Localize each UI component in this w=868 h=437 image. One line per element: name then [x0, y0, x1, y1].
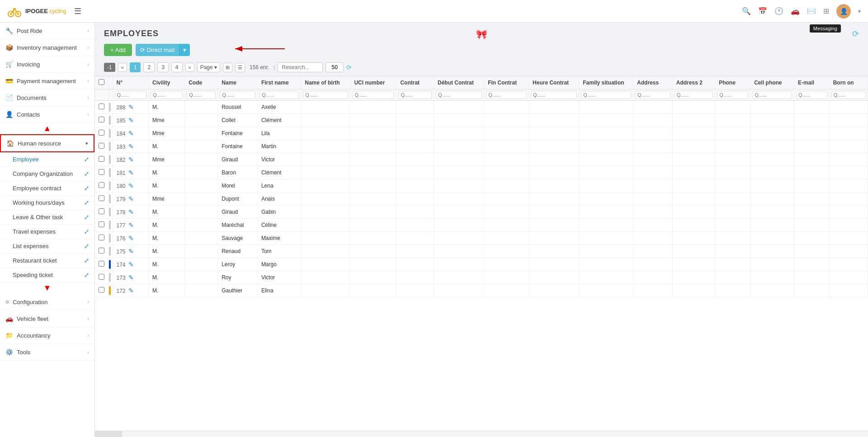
row-select-checkbox[interactable] [99, 156, 104, 162]
row-edit-icon[interactable]: ✎ [128, 169, 134, 176]
row-select-checkbox[interactable] [99, 117, 104, 122]
row-edit-icon[interactable]: ✎ [128, 195, 134, 202]
view-toggle-icon[interactable]: ☰ [235, 63, 245, 72]
search-code[interactable] [187, 91, 216, 99]
hr-sub-company-org[interactable]: Company Organization ⤢ [0, 167, 94, 181]
search-phone[interactable] [717, 91, 748, 99]
page-4-button[interactable]: 4 [171, 62, 183, 72]
sidebar-item-contacts[interactable]: 👤 Contacts › [0, 106, 94, 123]
hr-sub-leave[interactable]: Leave & Other task ⤢ [0, 210, 94, 225]
row-edit-icon[interactable]: ✎ [128, 182, 134, 189]
sidebar-item-documents[interactable]: 📄 Documents › [0, 89, 94, 106]
col-toggle-icon[interactable]: ⊞ [223, 63, 232, 72]
row-select-checkbox[interactable] [99, 130, 104, 136]
search-address2[interactable] [675, 91, 713, 99]
hr-sub-restaurant[interactable]: Restaurant ticket ⤢ [0, 254, 94, 268]
back-button[interactable]: -1 [104, 63, 115, 72]
row-edit-icon[interactable]: ✎ [128, 221, 134, 229]
table-row: 180 ✎ M. Morel Lena [95, 179, 868, 193]
hr-sub-list-expenses[interactable]: List expenses ⤢ [0, 239, 94, 254]
hr-sub-speeding[interactable]: Speeding ticket ⤢ [0, 268, 94, 282]
search-born[interactable] [831, 91, 866, 99]
row-select-checkbox[interactable] [99, 143, 104, 149]
search-uci[interactable] [352, 91, 394, 99]
row-edit-icon[interactable]: ✎ [128, 261, 134, 268]
row-select-checkbox[interactable] [99, 274, 104, 280]
add-button[interactable]: + Add [104, 44, 132, 56]
row-edit-icon[interactable]: ✎ [128, 103, 134, 111]
direct-mail-button[interactable]: ⟳ Direct mail [136, 44, 179, 56]
search-email[interactable] [796, 91, 827, 99]
select-all-checkbox[interactable] [99, 79, 104, 85]
page-2-button[interactable]: 2 [143, 62, 155, 72]
pagination-refresh-icon[interactable]: ⟳ [346, 64, 352, 71]
hamburger-menu[interactable]: ☰ [74, 6, 81, 16]
row-debut [434, 153, 484, 166]
row-select-checkbox[interactable] [99, 182, 104, 188]
row-edit-icon[interactable]: ✎ [128, 130, 134, 137]
row-select-checkbox[interactable] [99, 103, 104, 109]
hr-sub-employee-contract[interactable]: Employee contract ⤢ [0, 181, 94, 196]
row-select-checkbox[interactable] [99, 261, 104, 267]
row-select-checkbox[interactable] [99, 235, 104, 240]
search-civility[interactable] [151, 91, 183, 99]
page-dropdown[interactable]: Page ▾ [197, 62, 220, 72]
direct-mail-dropdown[interactable]: ▾ [179, 44, 190, 56]
sidebar-item-payment[interactable]: 💳 Payment management › [0, 73, 94, 89]
search-first-name[interactable] [259, 91, 299, 99]
row-select-checkbox[interactable] [99, 208, 104, 214]
row-select-checkbox[interactable] [99, 195, 104, 201]
row-select-checkbox[interactable] [99, 287, 104, 293]
user-avatar[interactable]: 👤 [836, 4, 851, 19]
row-edit-icon[interactable]: ✎ [128, 287, 134, 294]
row-select-checkbox[interactable] [99, 221, 104, 227]
row-address [633, 245, 673, 258]
row-edit-icon[interactable]: ✎ [128, 274, 134, 281]
page-1-button[interactable]: 1 [130, 62, 141, 72]
row-edit-icon[interactable]: ✎ [128, 117, 134, 124]
grid-icon[interactable]: ⊞ [823, 7, 829, 15]
search-contrat[interactable] [398, 91, 432, 99]
row-n: 175 ✎ [113, 245, 149, 258]
hr-sub-employee[interactable]: Employee ⤢ [0, 152, 94, 167]
page-refresh-icon[interactable]: ⟳ [852, 29, 859, 39]
row-edit-icon[interactable]: ✎ [128, 208, 134, 216]
sidebar-item-configuration[interactable]: ≡ Configuration › [0, 294, 94, 310]
search-n[interactable] [115, 91, 147, 99]
horizontal-scrollbar[interactable] [95, 431, 185, 437]
per-page-input[interactable] [326, 62, 344, 72]
mail-icon[interactable]: ✉️ [807, 7, 816, 15]
search-icon[interactable]: 🔍 [742, 7, 751, 15]
sidebar-item-human-resource[interactable]: 🏠 Human resource ▾ [0, 134, 94, 152]
sidebar-item-invoicing[interactable]: 🛒 Invoicing › [0, 56, 94, 73]
search-name[interactable] [220, 91, 255, 99]
search-birth[interactable] [303, 91, 348, 99]
sidebar-item-inventory[interactable]: 📦 Inventory management › [0, 39, 94, 56]
search-family[interactable] [581, 91, 631, 99]
search-address[interactable] [635, 91, 670, 99]
row-edit-icon[interactable]: ✎ [128, 235, 134, 242]
sidebar-item-vehicle[interactable]: 🚗 Vehicle fleet › [0, 310, 94, 327]
sidebar-item-post-ride[interactable]: 🔧 Post Ride › [0, 23, 94, 39]
row-select-checkbox[interactable] [99, 169, 104, 175]
row-select-checkbox[interactable] [99, 248, 104, 254]
sidebar-item-tools[interactable]: ⚙️ Tools › [0, 344, 94, 361]
row-edit-icon[interactable]: ✎ [128, 143, 134, 150]
hr-sub-working-hours[interactable]: Working hours/days ⤢ [0, 196, 94, 210]
row-edit-icon[interactable]: ✎ [128, 156, 134, 163]
search-input[interactable] [278, 62, 323, 72]
user-caret[interactable]: ▾ [858, 8, 861, 14]
calendar-icon[interactable]: 📅 [758, 7, 767, 15]
search-fin[interactable] [486, 91, 527, 99]
search-debut[interactable] [436, 91, 482, 99]
search-cell[interactable] [752, 91, 792, 99]
search-heure[interactable] [531, 91, 577, 99]
hr-sub-travel[interactable]: Travel expenses ⤢ [0, 225, 94, 239]
page-3-button[interactable]: 3 [157, 62, 169, 72]
sidebar-item-accountancy[interactable]: 📁 Accountancy › [0, 327, 94, 344]
prev-prev-button[interactable]: « [118, 63, 127, 72]
car-icon[interactable]: 🚗 [791, 7, 800, 15]
row-edit-icon[interactable]: ✎ [128, 248, 134, 255]
next-next-button[interactable]: » [185, 63, 194, 72]
clock-icon[interactable]: 🕐 [774, 7, 783, 15]
